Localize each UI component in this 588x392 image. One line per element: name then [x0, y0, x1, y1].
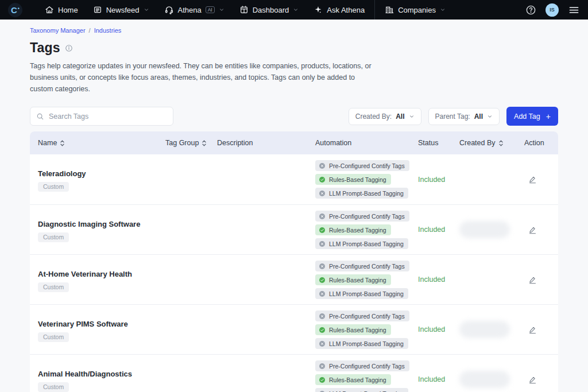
- edit-button[interactable]: [527, 374, 538, 385]
- x-circle-icon: [319, 190, 326, 197]
- help-button[interactable]: [525, 5, 536, 15]
- created-by-filter-value: All: [396, 112, 404, 121]
- action-cell: [524, 154, 558, 204]
- edit-button[interactable]: [527, 324, 538, 335]
- nav-item-dashboard[interactable]: Dashboard: [232, 0, 307, 20]
- column-label: Action: [524, 139, 544, 147]
- nav-item-ask-athena[interactable]: Ask Athena: [306, 0, 372, 20]
- automation-cell: Pre-Configured Contify TagsRules-Based T…: [315, 154, 418, 204]
- custom-badge: Custom: [38, 232, 69, 242]
- breadcrumb-separator: /: [89, 27, 91, 34]
- nav-left-group: C• Home Newsfeed Athena AI Dashboard Ask…: [8, 0, 525, 20]
- status-included: Included: [418, 375, 445, 383]
- athena-headset-icon: [164, 5, 174, 15]
- status-cell: Included: [418, 305, 459, 354]
- column-label: Status: [418, 139, 438, 147]
- automation-cell: Pre-Configured Contify TagsRules-Based T…: [315, 205, 418, 254]
- name-cell: Diagnostic Imaging SoftwareCustom: [30, 205, 165, 254]
- nav-item-companies[interactable]: Companies: [377, 0, 453, 20]
- tag-group-cell: [165, 205, 217, 254]
- name-cell: Animal Health/DiagnosticsCustom: [30, 355, 165, 392]
- created-by-cell: [459, 255, 524, 304]
- column-label: Description: [217, 139, 253, 147]
- description-cell: [217, 205, 315, 254]
- column-header-name[interactable]: Name: [30, 139, 165, 147]
- column-header-created-by[interactable]: Created By: [459, 139, 524, 147]
- edit-button[interactable]: [527, 174, 538, 185]
- edit-pencil-icon: [528, 175, 537, 184]
- redacted-created-by-blur: [459, 221, 510, 238]
- automation-cell: Pre-Configured Contify TagsRules-Based T…: [315, 355, 418, 392]
- automation-pill-enabled: Rules-Based Tagging: [315, 374, 391, 385]
- add-tag-button[interactable]: Add Tag +: [506, 107, 558, 126]
- edit-pencil-icon: [528, 275, 537, 284]
- check-circle-icon: [319, 227, 326, 234]
- avatar-initials: IS: [550, 7, 555, 13]
- description-cell: [217, 305, 315, 354]
- x-circle-icon: [319, 162, 326, 169]
- redacted-created-by-blur: [459, 371, 510, 388]
- x-circle-icon: [319, 240, 326, 247]
- automation-pill-label: Rules-Based Tagging: [329, 176, 386, 183]
- top-nav: C• Home Newsfeed Athena AI Dashboard Ask…: [0, 0, 588, 20]
- hamburger-icon: [568, 4, 580, 16]
- parent-tag-filter[interactable]: Parent Tag: All: [428, 108, 500, 125]
- created-by-cell: [459, 205, 524, 254]
- table-row: Animal Health/DiagnosticsCustomPre-Confi…: [30, 354, 558, 392]
- contify-logo[interactable]: C•: [8, 3, 22, 17]
- column-label: Name: [38, 139, 57, 147]
- action-cell: [524, 205, 558, 254]
- breadcrumb: Taxonomy Manager / Industries: [30, 27, 558, 34]
- automation-pill-enabled: Rules-Based Tagging: [315, 174, 391, 185]
- automation-pill-label: Rules-Based Tagging: [329, 277, 386, 284]
- breadcrumb-taxonomy-manager[interactable]: Taxonomy Manager: [30, 27, 86, 34]
- nav-item-athena[interactable]: Athena AI: [157, 0, 232, 20]
- sparkle-icon: [314, 5, 323, 14]
- ai-badge: AI: [206, 6, 215, 14]
- description-cell: [217, 154, 315, 204]
- hamburger-menu-button[interactable]: [568, 4, 580, 16]
- breadcrumb-industries[interactable]: Industries: [94, 27, 122, 34]
- contify-logo-letter: C: [11, 6, 17, 14]
- created-by-filter[interactable]: Created By: All: [349, 108, 421, 125]
- table-row: Diagnostic Imaging SoftwareCustomPre-Con…: [30, 204, 558, 254]
- action-cell: [524, 255, 558, 304]
- table-row: TeleradiologyCustomPre-Configured Contif…: [30, 154, 558, 204]
- toolbar: Created By: All Parent Tag: All Add Tag …: [30, 107, 558, 126]
- name-cell: TeleradiologyCustom: [30, 154, 165, 204]
- description-cell: [217, 355, 315, 392]
- search-input[interactable]: [49, 112, 167, 121]
- nav-divider: [374, 0, 375, 20]
- automation-pill-label: Pre-Configured Contify Tags: [329, 363, 405, 370]
- nav-right-group: IS: [525, 3, 580, 17]
- edit-button[interactable]: [527, 224, 538, 235]
- table-row: At-Home Veterinary HealthCustomPre-Confi…: [30, 254, 558, 304]
- automation-pill-enabled: Rules-Based Tagging: [315, 274, 391, 285]
- automation-pill-label: LLM Prompt-Based Tagging: [329, 190, 404, 197]
- table-header: Name Tag Group Description Automation St…: [30, 131, 558, 154]
- info-icon[interactable]: [65, 44, 73, 52]
- tag-name-text: Veterinary PIMS Software: [38, 320, 160, 328]
- automation-pill-label: LLM Prompt-Based Tagging: [329, 240, 404, 247]
- search-box: [30, 107, 173, 126]
- automation-pill-disabled: Pre-Configured Contify Tags: [315, 360, 409, 371]
- nav-item-home[interactable]: Home: [37, 0, 86, 20]
- automation-pill-enabled: Rules-Based Tagging: [315, 324, 391, 335]
- column-header-action: Action: [524, 139, 558, 147]
- status-cell: Included: [418, 355, 459, 392]
- automation-pill-label: Rules-Based Tagging: [329, 227, 386, 234]
- status-included: Included: [418, 325, 445, 333]
- check-circle-icon: [319, 277, 326, 284]
- chevron-down-icon: [144, 7, 149, 13]
- chevron-down-icon: [487, 114, 493, 119]
- status-included: Included: [418, 176, 445, 184]
- name-cell: At-Home Veterinary HealthCustom: [30, 255, 165, 304]
- nav-label-companies: Companies: [398, 6, 436, 14]
- automation-pill-disabled: LLM Prompt-Based Tagging: [315, 238, 408, 249]
- user-avatar[interactable]: IS: [546, 3, 559, 17]
- edit-button[interactable]: [527, 274, 538, 285]
- column-header-tag-group[interactable]: Tag Group: [165, 139, 217, 147]
- plus-icon: +: [546, 112, 551, 121]
- automation-pill-label: Pre-Configured Contify Tags: [329, 213, 405, 220]
- nav-item-newsfeed[interactable]: Newsfeed: [86, 0, 157, 20]
